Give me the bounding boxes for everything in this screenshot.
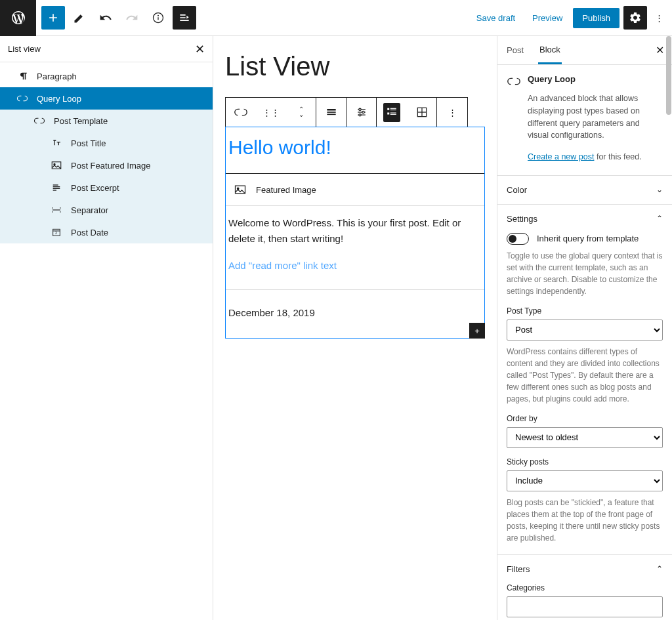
- listview-item-label: Query Loop: [37, 94, 81, 104]
- listview-item[interactable]: Post Excerpt: [0, 176, 213, 199]
- sidebar-tabs: Post Block ✕: [497, 36, 672, 65]
- post-type-help: WordPress contains different types of co…: [507, 346, 663, 405]
- add-block-button[interactable]: [41, 6, 65, 30]
- tab-post[interactable]: Post: [505, 37, 525, 63]
- topbar-left-tools: [41, 6, 196, 30]
- orderby-select[interactable]: Newest to oldest: [507, 427, 663, 448]
- filters-panel: Filters⌃ Categories: [497, 555, 672, 620]
- listview-item[interactable]: Query Loop: [0, 87, 213, 110]
- save-draft-link[interactable]: Save draft: [470, 9, 522, 27]
- tab-block[interactable]: Block: [538, 37, 562, 64]
- display-settings-button[interactable]: [346, 98, 377, 127]
- listview-item[interactable]: Post Featured Image: [0, 154, 213, 176]
- readmore-input[interactable]: Add "read more" link text: [226, 256, 484, 285]
- loop-icon: [33, 114, 46, 127]
- svg-text:2: 2: [55, 231, 57, 235]
- listview-item-label: Post Template: [54, 116, 108, 126]
- scrollbar-thumb[interactable]: [666, 36, 671, 115]
- block-type-icon[interactable]: [226, 98, 256, 127]
- layout-list-button[interactable]: [377, 98, 407, 127]
- listview-item[interactable]: Post Title: [0, 132, 213, 154]
- preview-link[interactable]: Preview: [526, 9, 569, 27]
- listview-tree: ParagraphQuery LoopPost TemplatePost Tit…: [0, 62, 213, 243]
- post-type-field: Post Type Post: [507, 306, 663, 341]
- post-title[interactable]: Hello world!: [226, 127, 484, 173]
- separator-block[interactable]: [226, 289, 484, 290]
- move-arrows-icon[interactable]: ⌃⌄: [286, 98, 316, 127]
- page-title[interactable]: List View: [225, 52, 489, 81]
- svg-rect-26: [387, 108, 389, 110]
- settings-panel-header[interactable]: Settings⌃: [497, 205, 672, 233]
- sticky-label: Sticky posts: [507, 457, 663, 466]
- sticky-field: Sticky posts Include: [507, 457, 663, 491]
- sticky-select[interactable]: Include: [507, 470, 663, 491]
- listview-item[interactable]: Paragraph: [0, 65, 213, 87]
- info-button[interactable]: [146, 6, 170, 30]
- editor-topbar: Save draft Preview Publish ⋮: [0, 0, 672, 36]
- date-icon: 2: [50, 226, 63, 239]
- featured-image-placeholder[interactable]: Featured Image: [226, 173, 484, 205]
- post-excerpt[interactable]: Welcome to WordPress. This is your first…: [226, 205, 484, 256]
- listview-toggle-button[interactable]: [173, 6, 196, 30]
- svg-rect-28: [390, 110, 396, 110]
- chevron-up-icon: ⌃: [656, 214, 663, 223]
- post-type-label: Post Type: [507, 306, 663, 316]
- excerpt-icon: [50, 181, 63, 194]
- listview-item-label: Post Excerpt: [71, 183, 119, 193]
- post-date[interactable]: December 18, 2019: [226, 294, 484, 338]
- categories-input[interactable]: [507, 596, 663, 617]
- svg-point-21: [358, 108, 360, 110]
- publish-button[interactable]: Publish: [573, 8, 620, 28]
- sidebar-close[interactable]: ✕: [656, 44, 664, 56]
- block-more-button[interactable]: ⋮: [437, 98, 467, 127]
- drag-handle-icon[interactable]: ⋮⋮: [256, 98, 286, 127]
- listview-panel: List view ✕ ParagraphQuery LoopPost Temp…: [0, 36, 213, 620]
- svg-rect-30: [390, 112, 396, 113]
- listview-item[interactable]: Post Template: [0, 110, 213, 132]
- chevron-down-icon: ⌄: [656, 185, 663, 194]
- layout-grid-button[interactable]: [407, 98, 437, 127]
- toggle-switch[interactable]: [507, 233, 529, 245]
- tools-button[interactable]: [68, 6, 91, 30]
- loop-icon: [16, 92, 29, 105]
- align-button[interactable]: [316, 98, 346, 127]
- block-appender-inner[interactable]: +: [469, 323, 485, 339]
- orderby-label: Order by: [507, 414, 663, 423]
- create-post-link[interactable]: Create a new post: [528, 152, 594, 161]
- svg-rect-27: [390, 108, 396, 108]
- link-suffix: for this feed.: [594, 152, 641, 161]
- settings-panel: Settings⌃ Inherit query from template To…: [497, 205, 672, 555]
- settings-toggle[interactable]: [623, 6, 647, 30]
- svg-rect-5: [53, 184, 58, 185]
- svg-rect-8: [53, 190, 56, 190]
- sticky-help: Blog posts can be "stickied", a feature …: [507, 497, 663, 544]
- inherit-label: Inherit query from template: [537, 234, 639, 243]
- listview-item[interactable]: 2Post Date: [0, 221, 213, 243]
- query-loop-block[interactable]: Hello world! Featured Image Welcome to W…: [225, 127, 485, 339]
- listview-item-label: Post Date: [71, 228, 108, 238]
- listview-item-label: Separator: [71, 205, 108, 215]
- more-menu[interactable]: ⋮: [651, 6, 667, 30]
- color-panel-header[interactable]: Color⌄: [497, 176, 672, 204]
- topbar-right-tools: Save draft Preview Publish ⋮: [470, 6, 667, 30]
- listview-item[interactable]: Separator: [0, 199, 213, 221]
- featured-image-label: Featured Image: [256, 185, 316, 195]
- undo-button[interactable]: [94, 6, 117, 30]
- wp-logo[interactable]: [0, 0, 36, 36]
- svg-point-25: [358, 114, 360, 116]
- inherit-toggle[interactable]: Inherit query from template: [507, 233, 663, 245]
- paragraph-icon: [16, 70, 29, 83]
- svg-rect-17: [327, 109, 335, 111]
- orderby-field: Order by Newest to oldest: [507, 414, 663, 448]
- listview-title: List view: [8, 44, 41, 54]
- listview-close[interactable]: ✕: [195, 42, 205, 56]
- listview-item-label: Post Featured Image: [71, 161, 150, 171]
- block-toolbar: ⋮⋮ ⌃⌄ ⋮: [225, 97, 468, 127]
- listview-item-label: Post Title: [71, 138, 106, 148]
- chevron-up-icon: ⌃: [656, 564, 663, 573]
- post-type-select[interactable]: Post: [507, 320, 663, 341]
- filters-panel-header[interactable]: Filters⌃: [497, 555, 672, 583]
- categories-label: Categories: [507, 583, 663, 592]
- svg-rect-6: [53, 186, 60, 187]
- redo-button[interactable]: [120, 6, 144, 30]
